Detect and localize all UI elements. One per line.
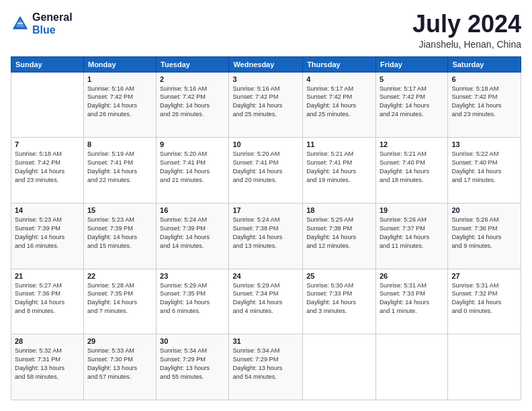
calendar-cell: 10Sunrise: 5:20 AM Sunset: 7:41 PM Dayli… [229, 138, 303, 203]
day-info: Sunrise: 5:32 AM Sunset: 7:31 PM Dayligh… [15, 347, 80, 381]
day-info: Sunrise: 5:23 AM Sunset: 7:39 PM Dayligh… [15, 216, 80, 250]
calendar-cell: 27Sunrise: 5:31 AM Sunset: 7:32 PM Dayli… [448, 269, 521, 334]
day-info: Sunrise: 5:19 AM Sunset: 7:41 PM Dayligh… [87, 150, 152, 185]
calendar-cell: 2Sunrise: 5:16 AM Sunset: 7:42 PM Daylig… [157, 72, 229, 138]
weekday-header-sunday: Sunday [11, 56, 84, 72]
calendar-cell: 15Sunrise: 5:23 AM Sunset: 7:39 PM Dayli… [83, 203, 156, 269]
day-info: Sunrise: 5:27 AM Sunset: 7:36 PM Dayligh… [15, 281, 80, 316]
calendar-cell: 8Sunrise: 5:19 AM Sunset: 7:41 PM Daylig… [83, 138, 156, 203]
calendar-cell: 18Sunrise: 5:25 AM Sunset: 7:38 PM Dayli… [303, 203, 376, 269]
day-number: 30 [160, 337, 225, 345]
calendar-week-row: 7Sunrise: 5:18 AM Sunset: 7:42 PM Daylig… [11, 138, 521, 203]
calendar-cell: 16Sunrise: 5:24 AM Sunset: 7:39 PM Dayli… [157, 203, 229, 269]
calendar-cell: 6Sunrise: 5:18 AM Sunset: 7:42 PM Daylig… [448, 72, 521, 138]
day-number: 13 [451, 140, 517, 148]
day-info: Sunrise: 5:17 AM Sunset: 7:42 PM Dayligh… [380, 85, 444, 120]
calendar-cell: 4Sunrise: 5:17 AM Sunset: 7:42 PM Daylig… [303, 72, 376, 138]
calendar-cell [375, 334, 447, 400]
calendar-week-row: 14Sunrise: 5:23 AM Sunset: 7:39 PM Dayli… [11, 203, 521, 269]
month-year: July 2024 [412, 11, 521, 38]
calendar-cell: 5Sunrise: 5:17 AM Sunset: 7:42 PM Daylig… [375, 72, 447, 138]
day-info: Sunrise: 5:17 AM Sunset: 7:42 PM Dayligh… [306, 85, 372, 120]
day-info: Sunrise: 5:21 AM Sunset: 7:40 PM Dayligh… [380, 150, 444, 185]
weekday-header-row: SundayMondayTuesdayWednesdayThursdayFrid… [11, 56, 521, 72]
logo-general: General [32, 11, 73, 24]
calendar-cell: 24Sunrise: 5:29 AM Sunset: 7:34 PM Dayli… [229, 269, 303, 334]
day-number: 4 [306, 75, 372, 83]
calendar-cell: 31Sunrise: 5:34 AM Sunset: 7:29 PM Dayli… [229, 334, 303, 400]
day-info: Sunrise: 5:18 AM Sunset: 7:42 PM Dayligh… [451, 85, 517, 120]
logo: General Blue [11, 11, 73, 36]
day-info: Sunrise: 5:24 AM Sunset: 7:38 PM Dayligh… [232, 216, 299, 250]
weekday-header-friday: Friday [375, 56, 447, 72]
day-info: Sunrise: 5:34 AM Sunset: 7:29 PM Dayligh… [232, 347, 299, 381]
logo-blue: Blue [32, 24, 73, 36]
day-number: 20 [451, 206, 517, 214]
day-number: 5 [380, 75, 444, 83]
calendar-cell: 17Sunrise: 5:24 AM Sunset: 7:38 PM Dayli… [229, 203, 303, 269]
day-info: Sunrise: 5:31 AM Sunset: 7:33 PM Dayligh… [380, 281, 444, 316]
calendar-cell: 29Sunrise: 5:33 AM Sunset: 7:30 PM Dayli… [83, 334, 156, 400]
day-number: 28 [15, 337, 80, 345]
day-number: 22 [87, 272, 152, 280]
day-info: Sunrise: 5:16 AM Sunset: 7:42 PM Dayligh… [87, 85, 152, 120]
calendar-cell: 14Sunrise: 5:23 AM Sunset: 7:39 PM Dayli… [11, 203, 84, 269]
day-number: 8 [87, 140, 152, 148]
weekday-header-saturday: Saturday [448, 56, 521, 72]
day-info: Sunrise: 5:29 AM Sunset: 7:35 PM Dayligh… [160, 281, 225, 316]
calendar-cell: 22Sunrise: 5:28 AM Sunset: 7:35 PM Dayli… [83, 269, 156, 334]
svg-rect-2 [17, 23, 23, 24]
day-info: Sunrise: 5:20 AM Sunset: 7:41 PM Dayligh… [160, 150, 225, 185]
day-number: 25 [306, 272, 372, 280]
day-number: 15 [87, 206, 152, 214]
calendar-cell: 23Sunrise: 5:29 AM Sunset: 7:35 PM Dayli… [157, 269, 229, 334]
calendar-cell: 13Sunrise: 5:22 AM Sunset: 7:40 PM Dayli… [448, 138, 521, 203]
day-number: 19 [380, 206, 444, 214]
day-number: 14 [15, 206, 80, 214]
calendar-table: SundayMondayTuesdayWednesdayThursdayFrid… [11, 56, 521, 400]
day-info: Sunrise: 5:26 AM Sunset: 7:37 PM Dayligh… [380, 216, 444, 250]
weekday-header-thursday: Thursday [303, 56, 376, 72]
calendar-cell: 30Sunrise: 5:34 AM Sunset: 7:29 PM Dayli… [157, 334, 229, 400]
location: Jianshelu, Henan, China [412, 39, 521, 50]
weekday-header-wednesday: Wednesday [229, 56, 303, 72]
calendar-cell: 20Sunrise: 5:26 AM Sunset: 7:36 PM Dayli… [448, 203, 521, 269]
day-info: Sunrise: 5:16 AM Sunset: 7:42 PM Dayligh… [232, 85, 299, 120]
header: General Blue July 2024 Jianshelu, Henan,… [11, 11, 521, 50]
day-number: 24 [232, 272, 299, 280]
day-number: 16 [160, 206, 225, 214]
calendar-cell: 7Sunrise: 5:18 AM Sunset: 7:42 PM Daylig… [11, 138, 84, 203]
day-number: 2 [160, 75, 225, 83]
day-info: Sunrise: 5:23 AM Sunset: 7:39 PM Dayligh… [87, 216, 152, 250]
title-block: July 2024 Jianshelu, Henan, China [412, 11, 521, 50]
calendar-cell [448, 334, 521, 400]
day-number: 10 [232, 140, 299, 148]
day-info: Sunrise: 5:34 AM Sunset: 7:29 PM Dayligh… [160, 347, 225, 381]
calendar-cell [11, 72, 84, 138]
day-number: 27 [451, 272, 517, 280]
day-number: 26 [380, 272, 444, 280]
day-number: 21 [15, 272, 80, 280]
weekday-header-tuesday: Tuesday [157, 56, 229, 72]
calendar-week-row: 28Sunrise: 5:32 AM Sunset: 7:31 PM Dayli… [11, 334, 521, 400]
calendar-cell: 26Sunrise: 5:31 AM Sunset: 7:33 PM Dayli… [375, 269, 447, 334]
day-number: 9 [160, 140, 225, 148]
day-number: 17 [232, 206, 299, 214]
calendar-cell [303, 334, 376, 400]
calendar-cell: 25Sunrise: 5:30 AM Sunset: 7:33 PM Dayli… [303, 269, 376, 334]
calendar-cell: 3Sunrise: 5:16 AM Sunset: 7:42 PM Daylig… [229, 72, 303, 138]
calendar-cell: 9Sunrise: 5:20 AM Sunset: 7:41 PM Daylig… [157, 138, 229, 203]
day-info: Sunrise: 5:22 AM Sunset: 7:40 PM Dayligh… [451, 150, 517, 185]
day-number: 6 [451, 75, 517, 83]
weekday-header-monday: Monday [83, 56, 156, 72]
day-info: Sunrise: 5:29 AM Sunset: 7:34 PM Dayligh… [232, 281, 299, 316]
logo-icon [11, 14, 30, 33]
calendar-cell: 12Sunrise: 5:21 AM Sunset: 7:40 PM Dayli… [375, 138, 447, 203]
calendar-cell: 19Sunrise: 5:26 AM Sunset: 7:37 PM Dayli… [375, 203, 447, 269]
calendar-cell: 1Sunrise: 5:16 AM Sunset: 7:42 PM Daylig… [83, 72, 156, 138]
day-info: Sunrise: 5:16 AM Sunset: 7:42 PM Dayligh… [160, 85, 225, 120]
calendar-cell: 21Sunrise: 5:27 AM Sunset: 7:36 PM Dayli… [11, 269, 84, 334]
day-info: Sunrise: 5:28 AM Sunset: 7:35 PM Dayligh… [87, 281, 152, 316]
day-number: 23 [160, 272, 225, 280]
calendar-week-row: 21Sunrise: 5:27 AM Sunset: 7:36 PM Dayli… [11, 269, 521, 334]
